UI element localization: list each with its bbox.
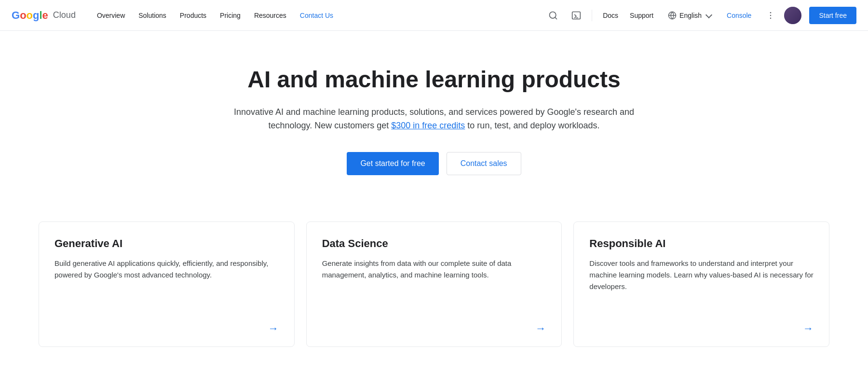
- more-vert-icon: [766, 11, 775, 20]
- hero-title: AI and machine learning products: [229, 66, 639, 94]
- console-link[interactable]: Console: [721, 8, 757, 23]
- terminal-button[interactable]: [567, 6, 586, 25]
- cards-section: Generative AI Build generative AI applic…: [0, 198, 868, 376]
- card-data-science[interactable]: Data Science Generate insights from data…: [306, 221, 562, 347]
- docs-link[interactable]: Docs: [598, 8, 623, 23]
- svg-point-7: [770, 14, 772, 16]
- language-button[interactable]: English: [662, 7, 717, 24]
- hero-buttons: Get started for free Contact sales: [229, 152, 639, 175]
- google-logo: Google: [12, 9, 48, 22]
- contact-sales-button[interactable]: Contact sales: [447, 152, 521, 175]
- language-label: English: [679, 12, 702, 19]
- search-icon: [548, 11, 558, 20]
- navbar: Google Cloud Overview Solutions Products…: [0, 0, 868, 31]
- user-avatar[interactable]: [784, 7, 801, 24]
- card-responsible-ai-title: Responsible AI: [589, 237, 814, 250]
- start-free-button[interactable]: Start free: [809, 7, 856, 24]
- nav-divider: [592, 10, 592, 21]
- hero-subtitle-after: to run, test, and deploy workloads.: [465, 121, 599, 130]
- avatar-image: [784, 7, 801, 24]
- search-button[interactable]: [543, 6, 563, 25]
- card-responsible-ai[interactable]: Responsible AI Discover tools and framew…: [573, 221, 829, 347]
- card-generative-ai[interactable]: Generative AI Build generative AI applic…: [39, 221, 295, 347]
- get-started-button[interactable]: Get started for free: [347, 152, 438, 175]
- card-data-science-arrow: →: [322, 322, 546, 335]
- nav-overview[interactable]: Overview: [91, 8, 131, 23]
- docs-support-links: Docs Support: [598, 8, 658, 23]
- support-link[interactable]: Support: [625, 8, 658, 23]
- nav-products[interactable]: Products: [174, 8, 212, 23]
- nav-contact-us[interactable]: Contact Us: [294, 8, 339, 23]
- card-data-science-title: Data Science: [322, 237, 546, 250]
- globe-icon: [668, 11, 677, 20]
- logo-cloud-text: Cloud: [53, 10, 76, 20]
- card-generative-ai-arrow: →: [54, 322, 279, 335]
- free-credits-link[interactable]: $300 in free credits: [391, 121, 465, 130]
- card-generative-ai-title: Generative AI: [54, 237, 279, 250]
- chevron-down-icon: [705, 11, 712, 18]
- terminal-icon: [571, 11, 581, 20]
- card-data-science-desc: Generate insights from data with our com…: [322, 258, 546, 311]
- hero-subtitle: Innovative AI and machine learning produ…: [229, 105, 639, 133]
- nav-right: Docs Support English Console Start free: [543, 6, 856, 25]
- nav-links: Overview Solutions Products Pricing Reso…: [91, 8, 543, 23]
- hero-section: AI and machine learning products Innovat…: [217, 31, 651, 198]
- svg-line-1: [555, 17, 557, 19]
- nav-solutions[interactable]: Solutions: [133, 8, 172, 23]
- nav-resources[interactable]: Resources: [248, 8, 292, 23]
- nav-pricing[interactable]: Pricing: [214, 8, 246, 23]
- svg-point-6: [770, 12, 772, 13]
- card-generative-ai-desc: Build generative AI applications quickly…: [54, 258, 279, 311]
- logo-link[interactable]: Google Cloud: [12, 9, 76, 22]
- more-options-button[interactable]: [761, 6, 780, 25]
- card-responsible-ai-desc: Discover tools and frameworks to underst…: [589, 258, 814, 311]
- svg-point-8: [770, 17, 772, 19]
- card-responsible-ai-arrow: →: [589, 322, 814, 335]
